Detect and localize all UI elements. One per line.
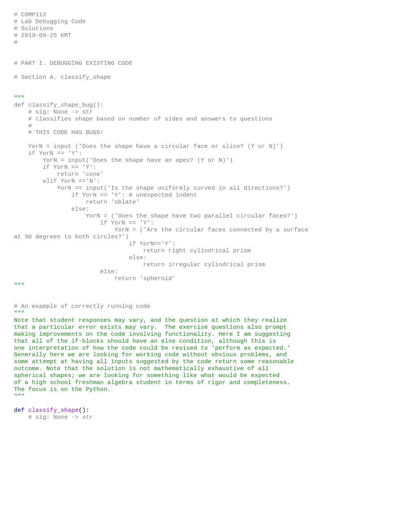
comment-line: # Lab Debugging Code [14,18,86,25]
code-line: return 'cone' [14,171,104,178]
note-line: one interpretation of how the code could… [14,345,290,352]
code-line: else: [14,268,118,275]
code-line: return irregular cylindrical prism [14,261,265,268]
code-line: if YorN == 'Y': [14,219,154,226]
code-line: else: [14,254,147,261]
note-line: Note that student responses may vary, an… [14,317,287,324]
note-line: Generally here we are looking for workin… [14,351,287,358]
note-line: outcome. Note that the solution is not m… [14,365,269,372]
code-line: if YorN == 'Y': [14,164,97,171]
docstring-open: """ [14,310,25,317]
code-line: else: [14,206,89,212]
comment-line: # [14,122,32,129]
comment-line: # Section A. classify_shape [14,74,111,81]
note-line: of a high school freshman algebra studen… [14,379,290,386]
code-line: YorN = input('Does the shape have an ape… [14,157,233,164]
docstring-open: """ [14,95,25,102]
code-line: def classify_shape_bug(): [14,102,104,109]
code-line: def classify_shape(): [14,407,89,414]
comment-line: # classifies shape based on number of si… [14,116,273,122]
comment-line: # sig: None -> str [14,109,93,116]
keyword-def: def [14,407,25,414]
note-line: some attempt at having all inputs sugges… [14,358,294,365]
docstring-close: """ [14,393,25,400]
code-line: YorN = ('Are the circular faces connecte… [14,226,308,233]
code-line: at 90 degrees to both circles?') [14,233,129,240]
comment-line: # PART I. DEBUGGING EXISTING CODE [14,60,132,67]
comment-line: # COMP112 [14,11,46,18]
note-line: that all of the if-blocks should have an… [14,338,276,345]
code-line: YorN = input ('Does the shape have a cir… [14,143,283,150]
comment-line: # [14,39,17,46]
docstring-close: """ [14,282,25,289]
code-line: if YorN == 'Y': [14,150,82,157]
function-name: classify_shape [28,407,78,414]
note-line: spherical shapes; we are looking for som… [14,372,280,379]
comment-line: # sig: None -> str [14,414,93,421]
note-line: that a particular error exists may vary.… [14,324,287,331]
comment-line: # Solutions [14,25,53,32]
code-line: if YorN=='Y': [14,240,176,247]
code-line: if YorN == 'Y': # unexpected indent [14,192,197,199]
comment-line: # 2019-09-25 KMT [14,32,71,39]
comment-line: # THIS CODE HAS BUGS! [14,129,104,136]
code-line: elif YorN =='N': [14,178,100,185]
code-document: # COMP112 # Lab Debugging Code # Solutio… [0,0,410,433]
comment-line: # An example of correctly running code [14,303,150,310]
code-line: YorN = ('Does the shape have two paralle… [14,212,298,219]
note-line: making improvements on the code involvin… [14,331,290,338]
code-line: return 'oblate' [14,199,140,206]
code-line: return right cylindrical prism [14,247,251,254]
note-line: The focus is on the Python. [14,386,111,393]
code-line: return 'spheroid' [14,275,176,282]
code-line: YorN == input('Is the shape uniformly cu… [14,185,290,192]
